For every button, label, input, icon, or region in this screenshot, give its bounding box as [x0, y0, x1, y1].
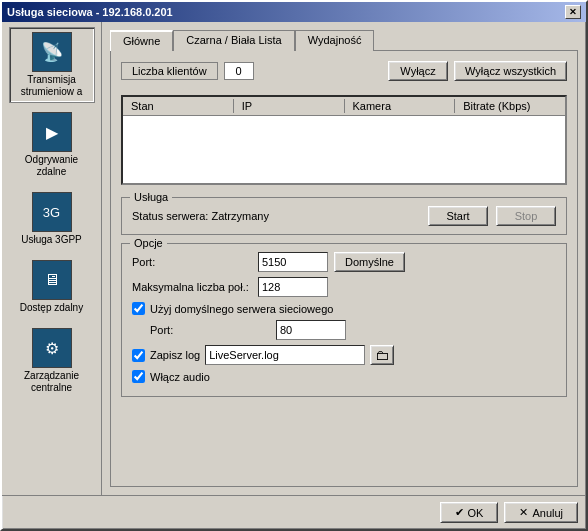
server-status: Status serwera: Zatrzymany — [132, 210, 420, 222]
col-stan: Stan — [123, 99, 234, 113]
opcje-group-label: Opcje — [130, 237, 167, 249]
client-count: 0 — [224, 62, 254, 80]
default-button[interactable]: Domyślne — [334, 252, 405, 272]
tab-wydajnosc[interactable]: Wydajność — [295, 30, 375, 51]
window-title: Usługa sieciowa - 192.168.0.201 — [7, 6, 173, 18]
max-pol-row: Maksymalna liczba poł.: — [132, 277, 556, 297]
tab-bar: Główne Czarna / Biała Lista Wydajność — [110, 30, 578, 51]
port-label: Port: — [132, 256, 252, 268]
usluga-group: Usługa Status serwera: Zatrzymany Start … — [121, 197, 567, 235]
title-bar-controls: ✕ — [565, 5, 581, 19]
dostep-icon: 🖥 — [32, 260, 72, 300]
sidebar-item-odgrywanie-label: Odgrywanie zdalne — [14, 154, 90, 178]
liczba-klientow-label: Liczba klientów — [121, 62, 218, 80]
usluga3gpp-icon: 3G — [32, 192, 72, 232]
main-window: Usługa sieciowa - 192.168.0.201 ✕ 📡 Tran… — [0, 0, 588, 531]
port2-label: Port: — [150, 324, 270, 336]
odgrywanie-icon: ▶ — [32, 112, 72, 152]
ok-icon: ✔ — [455, 506, 464, 519]
port-input[interactable] — [258, 252, 328, 272]
cancel-label: Anuluj — [532, 507, 563, 519]
sidebar-item-zarzadzanie-label: Zarządzanie centralne — [14, 370, 90, 394]
use-default-checkbox[interactable] — [132, 302, 145, 315]
col-bitrate: Bitrate (Kbps) — [455, 99, 565, 113]
stop-button[interactable]: Stop — [496, 206, 556, 226]
wylacz-wszystkich-button[interactable]: Wyłącz wszystkich — [454, 61, 567, 81]
use-default-label: Użyj domyślnego serwera sieciowego — [150, 303, 333, 315]
ok-button[interactable]: ✔ OK — [440, 502, 499, 523]
port-row: Port: Domyślne — [132, 252, 556, 272]
window-content: 📡 Transmisja strumieniow a ▶ Odgrywanie … — [2, 22, 586, 495]
wlacz-audio-row: Włącz audio — [132, 370, 556, 383]
use-default-row: Użyj domyślnego serwera sieciowego — [132, 302, 556, 315]
transmisja-icon: 📡 — [32, 32, 72, 72]
zarzadzanie-icon: ⚙ — [32, 328, 72, 368]
start-button[interactable]: Start — [428, 206, 488, 226]
tab-content: Liczba klientów 0 Wyłącz Wyłącz wszystki… — [110, 50, 578, 487]
table-header: Stan IP Kamera Bitrate (Kbps) — [123, 97, 565, 116]
max-pol-label: Maksymalna liczba poł.: — [132, 281, 252, 293]
top-bar: Liczba klientów 0 Wyłącz Wyłącz wszystki… — [121, 61, 567, 81]
sidebar-item-usluga3gpp-label: Usługa 3GPP — [21, 234, 82, 246]
bottom-bar: ✔ OK ✕ Anuluj — [2, 495, 586, 529]
sidebar: 📡 Transmisja strumieniow a ▶ Odgrywanie … — [2, 22, 102, 495]
opcje-group: Opcje Port: Domyślne Maksymalna liczba p… — [121, 243, 567, 397]
sidebar-item-dostep-label: Dostęp zdalny — [20, 302, 83, 314]
col-ip: IP — [234, 99, 345, 113]
main-content: Główne Czarna / Biała Lista Wydajność Li… — [102, 22, 586, 495]
wlacz-audio-checkbox[interactable] — [132, 370, 145, 383]
col-kamera: Kamera — [345, 99, 456, 113]
max-pol-input[interactable] — [258, 277, 328, 297]
sidebar-item-transmisja-label: Transmisja strumieniow a — [14, 74, 90, 98]
zapisz-log-row: Zapisz log 🗀 — [132, 345, 556, 365]
cancel-icon: ✕ — [519, 506, 528, 519]
title-bar: Usługa sieciowa - 192.168.0.201 ✕ — [2, 2, 586, 22]
zapisz-log-label: Zapisz log — [150, 349, 200, 361]
log-filename-input[interactable] — [205, 345, 365, 365]
ok-label: OK — [468, 507, 484, 519]
sidebar-item-dostep[interactable]: 🖥 Dostęp zdalny — [9, 255, 95, 319]
table-body — [123, 116, 565, 176]
zapisz-log-checkbox[interactable] — [132, 349, 145, 362]
port2-input[interactable] — [276, 320, 346, 340]
cancel-button[interactable]: ✕ Anuluj — [504, 502, 578, 523]
sidebar-item-zarzadzanie[interactable]: ⚙ Zarządzanie centralne — [9, 323, 95, 399]
sidebar-item-transmisja[interactable]: 📡 Transmisja strumieniow a — [9, 27, 95, 103]
client-table: Stan IP Kamera Bitrate (Kbps) — [121, 95, 567, 185]
sidebar-item-usluga3gpp[interactable]: 3G Usługa 3GPP — [9, 187, 95, 251]
sidebar-item-odgrywanie[interactable]: ▶ Odgrywanie zdalne — [9, 107, 95, 183]
wlacz-audio-label: Włącz audio — [150, 371, 210, 383]
usluga-row: Status serwera: Zatrzymany Start Stop — [132, 206, 556, 226]
wylacz-button[interactable]: Wyłącz — [388, 61, 448, 81]
title-text: Usługa sieciowa - 192.168.0.201 — [7, 6, 173, 18]
browse-button[interactable]: 🗀 — [370, 345, 394, 365]
tab-czarna-biala[interactable]: Czarna / Biała Lista — [173, 30, 294, 51]
tab-glowne[interactable]: Główne — [110, 30, 173, 51]
usluga-group-label: Usługa — [130, 191, 172, 203]
port2-row: Port: — [132, 320, 556, 340]
close-button[interactable]: ✕ — [565, 5, 581, 19]
